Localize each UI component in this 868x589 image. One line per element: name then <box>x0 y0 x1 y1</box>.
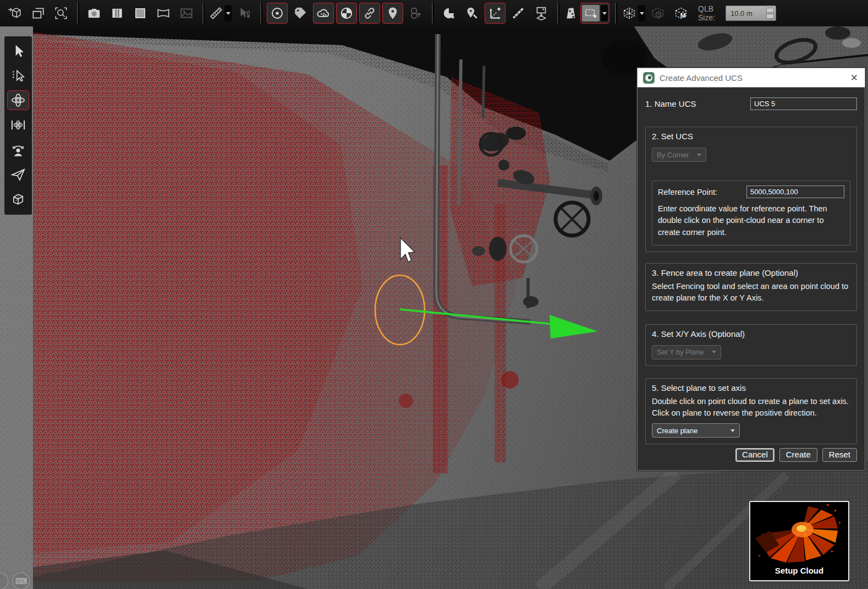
tool-select[interactable] <box>7 41 29 61</box>
orbit-icon <box>10 92 26 108</box>
dialog-title: Create Advanced UCS <box>660 73 844 83</box>
ortho-image-button[interactable] <box>531 3 552 24</box>
cancel-button[interactable]: Cancel <box>735 448 774 462</box>
qlb-size-stepper[interactable] <box>726 6 776 21</box>
cube-model-icon: M <box>673 6 689 21</box>
zoom-fit-button[interactable] <box>51 3 72 24</box>
qlb-size-label: QLB Size: <box>698 4 722 22</box>
reference-point-help: Enter coordinate value for reference poi… <box>658 203 844 238</box>
probe-cursor-icon <box>237 6 251 20</box>
ortho-image-icon <box>534 6 548 20</box>
scan-point-button[interactable] <box>267 3 288 24</box>
tool-pan[interactable] <box>7 115 29 135</box>
filter-people-icon <box>564 6 578 20</box>
fence-selection-dropdown[interactable] <box>601 5 608 21</box>
single-view-icon <box>133 6 147 20</box>
probe-measure-button <box>234 3 255 24</box>
location-pin-icon <box>386 6 400 20</box>
setup-cloud-panel[interactable]: Setup Cloud <box>749 501 849 581</box>
create-plane-dropdown-value: Create plane <box>657 427 723 435</box>
qlb-spinner[interactable] <box>766 8 774 19</box>
location-pin-button[interactable] <box>382 3 403 24</box>
split-view-icon <box>110 6 124 20</box>
panorama-icon <box>156 6 171 20</box>
create-plane-dropdown[interactable]: Create plane <box>652 423 740 438</box>
tool-orbit[interactable] <box>7 90 29 110</box>
tool-fly[interactable] <box>7 165 29 184</box>
point-cloud-button[interactable] <box>313 3 334 24</box>
tag-icon <box>293 6 307 20</box>
tool-look-around[interactable] <box>7 140 29 160</box>
cascade-windows-button[interactable] <box>28 3 48 24</box>
create-button[interactable]: Create <box>779 448 817 462</box>
set-axis-dropdown-value: Set Y by Plane <box>657 348 704 356</box>
toolbar-divider <box>557 3 558 24</box>
fence-area-help: Select Fencing tool and select an area o… <box>652 281 850 304</box>
create-advanced-ucs-dialog: Create Advanced UCS ✕ 1. Name UCS 2. Set… <box>637 68 865 471</box>
select-plane-help: Double click on point cloud to create a … <box>652 396 850 419</box>
select-plane-group: 5. Select plane to set axis Double click… <box>645 378 857 445</box>
split-view-button[interactable] <box>107 3 128 24</box>
registration-target-button[interactable] <box>336 3 357 24</box>
reference-point-label: Reference Point: <box>658 188 717 197</box>
view-cube-icon <box>622 6 637 21</box>
scan-point-icon <box>270 6 284 20</box>
ruler-dropdown[interactable] <box>224 5 232 21</box>
navigation-sidebar <box>4 36 32 215</box>
fence-selection-button[interactable] <box>580 3 609 24</box>
import-scan-button[interactable] <box>4 3 25 24</box>
toolbar-divider <box>432 3 433 24</box>
reference-point-input[interactable] <box>746 186 844 198</box>
keyboard-icon: ⌨ <box>15 576 28 586</box>
toolbar-divider <box>77 3 78 24</box>
edit-scan-point-button[interactable] <box>438 3 459 24</box>
app-logo-icon <box>643 72 655 84</box>
reset-button[interactable]: Reset <box>822 448 857 462</box>
edit-location-pin-button[interactable] <box>462 3 482 24</box>
filter-people-button[interactable] <box>564 6 578 20</box>
view-model-button[interactable]: M <box>671 3 691 24</box>
camera-icon <box>87 6 101 20</box>
screenshot-camera-button[interactable] <box>84 3 105 24</box>
fence-area-label: 3. Fence area to create plane (Optional) <box>652 268 850 277</box>
single-view-button[interactable] <box>130 3 151 24</box>
dialog-titlebar[interactable]: Create Advanced UCS ✕ <box>637 68 865 88</box>
app-window: M QLB Size: <box>0 0 868 589</box>
tool-view-cube[interactable] <box>7 189 29 209</box>
fly-icon <box>10 167 26 182</box>
filter-points-icon <box>409 6 423 20</box>
fence-area-group: 3. Fence area to create plane (Optional)… <box>645 263 857 311</box>
select-cursor-icon <box>11 43 25 58</box>
create-ucs-axes-button[interactable] <box>485 3 506 24</box>
overlay-keyboard-button[interactable]: ⌨ <box>13 572 30 589</box>
close-icon[interactable]: ✕ <box>849 72 859 84</box>
look-around-icon <box>10 142 26 157</box>
view-cube-dropdown[interactable] <box>638 5 645 21</box>
link-objects-button[interactable] <box>359 3 380 24</box>
name-ucs-label: 1. Name UCS <box>645 99 696 108</box>
view-cube-button[interactable] <box>622 5 645 21</box>
annotation-tag-button[interactable] <box>290 3 311 24</box>
cascade-windows-icon <box>31 6 45 20</box>
filter-points-button <box>405 3 426 24</box>
image-view-button <box>176 3 197 24</box>
chevron-down-icon <box>730 429 735 432</box>
link-icon <box>362 6 377 20</box>
ucs-name-input[interactable] <box>750 97 857 110</box>
ucs-axes-icon <box>488 6 502 20</box>
dialog-body: 1. Name UCS 2. Set UCS By Corner Referen… <box>637 88 865 471</box>
ruler-measure-button[interactable] <box>209 5 232 21</box>
measure-stick-icon <box>511 6 525 20</box>
set-ucs-dropdown: By Corner <box>652 148 706 162</box>
reference-point-group: Reference Point: Enter coordinate value … <box>652 181 850 246</box>
tool-pick-point[interactable] <box>7 66 29 85</box>
panorama-view-button[interactable] <box>153 3 174 24</box>
toolbar-divider <box>615 3 616 24</box>
set-ucs-dropdown-value: By Corner <box>657 151 689 159</box>
toolbar-divider <box>260 3 261 24</box>
qlb-size-input[interactable] <box>726 9 759 18</box>
set-axis-label: 4. Set X/Y Axis (Optional) <box>652 329 850 339</box>
measure-stick-button[interactable] <box>508 3 529 24</box>
selection-rectangle-icon <box>584 6 598 20</box>
import-scan-icon <box>8 6 22 20</box>
